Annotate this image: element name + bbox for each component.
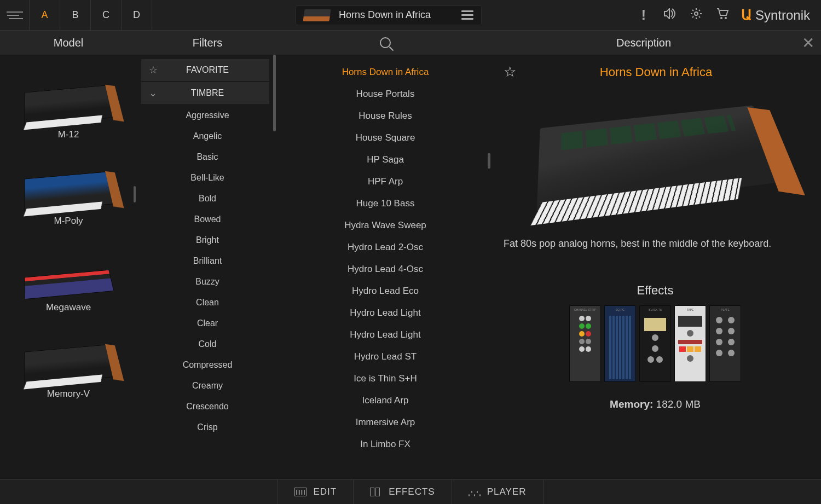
slot-tabs: A B C D xyxy=(30,0,152,31)
filter-header-favorite[interactable]: ☆ FAVORITE xyxy=(141,59,269,81)
menu-lines-icon[interactable] xyxy=(0,0,30,31)
scrollbar-thumb[interactable] xyxy=(488,153,490,169)
chevron-down-icon: ⌄ xyxy=(149,87,164,99)
model-item-m12[interactable]: M-12 xyxy=(0,60,137,147)
preset-item[interactable]: HPF Arp xyxy=(278,171,493,193)
effects-heading: Effects xyxy=(504,283,807,298)
main-content: M-12 M-Poly Megawave Memory-V ☆ FAVORITE… xyxy=(0,55,821,479)
preset-item[interactable]: Immersive Arp xyxy=(278,412,493,433)
filter-item[interactable]: Bold xyxy=(137,188,278,209)
filter-item[interactable]: Creamy xyxy=(137,375,278,396)
preset-item[interactable]: House Rules xyxy=(278,105,493,127)
preset-item[interactable]: House Portals xyxy=(278,83,493,105)
model-item-mpoly[interactable]: M-Poly xyxy=(0,147,137,233)
volume-icon[interactable] xyxy=(662,8,678,22)
scrollbar-thumb[interactable] xyxy=(134,186,136,202)
preset-item[interactable]: Iceland Arp xyxy=(278,390,493,412)
effects-icon xyxy=(370,488,382,496)
memory-row: Memory: 182.0 MB xyxy=(504,398,807,410)
tab-effects[interactable]: EFFECTS xyxy=(353,480,451,505)
model-label: M-12 xyxy=(58,129,79,140)
model-item-memoryv[interactable]: Memory-V xyxy=(0,320,137,406)
preset-item[interactable]: Hydro Lead Eco xyxy=(278,280,493,302)
slot-tab-a[interactable]: A xyxy=(30,0,60,31)
filter-header-label: FAVORITE xyxy=(164,65,262,75)
filter-item[interactable]: Crisp xyxy=(137,417,278,438)
preset-item[interactable]: Huge 10 Bass xyxy=(278,193,493,215)
preset-item[interactable]: Hydro Lead ST xyxy=(278,346,493,368)
favorite-toggle-icon[interactable]: ☆ xyxy=(504,63,516,80)
effect-slot[interactable]: CHANNEL STRIP xyxy=(569,305,601,382)
top-bar: A B C D Horns Down in Africa ! Ա Syntron… xyxy=(0,0,821,31)
filter-item[interactable]: Bright xyxy=(137,230,278,251)
tab-edit[interactable]: EDIT xyxy=(277,480,353,505)
filter-item[interactable]: Aggressive xyxy=(137,105,278,126)
column-headers: Model Filters Description ✕ xyxy=(0,31,821,55)
preset-item[interactable]: Horns Down in Africa xyxy=(278,61,493,83)
preset-item[interactable]: House Square xyxy=(278,127,493,149)
top-icons: ! xyxy=(625,7,741,24)
column-header-filters: Filters xyxy=(137,31,278,55)
description-title: Horns Down in Africa xyxy=(527,65,807,79)
preset-item[interactable]: Ice is Thin S+H xyxy=(278,368,493,390)
effect-label: BLACK 76 xyxy=(649,308,661,314)
gear-icon[interactable] xyxy=(689,7,704,24)
filter-item[interactable]: Clear xyxy=(137,313,278,334)
filters-column[interactable]: ☆ FAVORITE ⌄ TIMBRE AggressiveAngelicBas… xyxy=(137,55,278,479)
bottom-bar: EDIT EFFECTS PLAYER xyxy=(0,479,821,504)
filter-header-label: TIMBRE xyxy=(164,88,262,98)
preset-item[interactable]: Hydro Lead 2-Osc xyxy=(278,236,493,258)
cart-icon[interactable] xyxy=(715,8,730,23)
description-text: Fat 80s pop analog horns, best in the mi… xyxy=(504,237,807,251)
slot-tab-d[interactable]: D xyxy=(122,0,152,31)
description-column: ☆ Horns Down in Africa Fat 80s pop analo… xyxy=(493,55,821,479)
filter-item[interactable]: Compressed xyxy=(137,355,278,375)
presets-column[interactable]: Horns Down in AfricaHouse PortalsHouse R… xyxy=(278,55,493,479)
preset-menu-icon[interactable] xyxy=(461,10,473,20)
memory-label: Memory: xyxy=(610,398,653,410)
effect-label: EQ-PG xyxy=(616,308,625,314)
preset-item[interactable]: Hydra Wave Sweep xyxy=(278,215,493,236)
preset-display[interactable]: Horns Down in Africa xyxy=(296,5,482,25)
preset-thumb-icon xyxy=(303,9,331,21)
model-column[interactable]: M-12 M-Poly Megawave Memory-V xyxy=(0,55,137,479)
logo-glyph-icon: Ա xyxy=(741,7,752,24)
scrollbar-thumb[interactable] xyxy=(273,55,276,131)
filter-item[interactable]: Bell-Like xyxy=(137,167,278,188)
bottom-tab-label: PLAYER xyxy=(487,486,527,497)
svg-point-0 xyxy=(695,12,698,15)
preset-item[interactable]: Hydro Lead Light xyxy=(278,302,493,324)
filter-list: AggressiveAngelicBasicBell-LikeBoldBowed… xyxy=(137,105,278,438)
effect-slot[interactable]: PLATE xyxy=(709,305,741,382)
slot-tab-b[interactable]: B xyxy=(60,0,91,31)
filter-item[interactable]: Angelic xyxy=(137,126,278,147)
tab-player[interactable]: PLAYER xyxy=(452,480,544,505)
effect-slot[interactable]: EQ-PG xyxy=(604,305,636,382)
model-label: Megawave xyxy=(46,302,91,313)
filter-item[interactable]: Buzzy xyxy=(137,271,278,292)
bottom-tab-label: EFFECTS xyxy=(389,486,435,497)
filter-item[interactable]: Basic xyxy=(137,147,278,167)
preset-item[interactable]: In Limbo FX xyxy=(278,433,493,455)
filter-item[interactable]: Brilliant xyxy=(137,251,278,271)
slot-tab-c[interactable]: C xyxy=(91,0,122,31)
effects-row: CHANNEL STRIP EQ-PG BLACK 76 TAPE xyxy=(504,305,807,382)
filter-item[interactable]: Clean xyxy=(137,292,278,313)
preset-item[interactable]: HP Saga xyxy=(278,149,493,171)
preset-item[interactable]: Hydro Lead Light xyxy=(278,324,493,346)
model-label: Memory-V xyxy=(47,389,90,399)
column-header-search[interactable] xyxy=(278,31,493,55)
filter-item[interactable]: Bowed xyxy=(137,209,278,230)
filter-item[interactable]: Cold xyxy=(137,334,278,355)
filter-item[interactable]: Crescendo xyxy=(137,396,278,417)
effect-slot[interactable]: TAPE xyxy=(674,305,706,382)
alert-icon[interactable]: ! xyxy=(636,7,651,24)
effect-label: TAPE xyxy=(687,308,694,314)
filter-header-timbre[interactable]: ⌄ TIMBRE xyxy=(141,82,269,104)
preset-item[interactable]: Hydro Lead 4-Osc xyxy=(278,258,493,280)
keyboard-icon xyxy=(294,488,307,496)
effect-slot[interactable]: BLACK 76 xyxy=(639,305,671,382)
memory-value: 182.0 MB xyxy=(656,398,701,410)
model-item-megawave[interactable]: Megawave xyxy=(0,233,137,320)
close-icon[interactable]: ✕ xyxy=(795,31,821,55)
